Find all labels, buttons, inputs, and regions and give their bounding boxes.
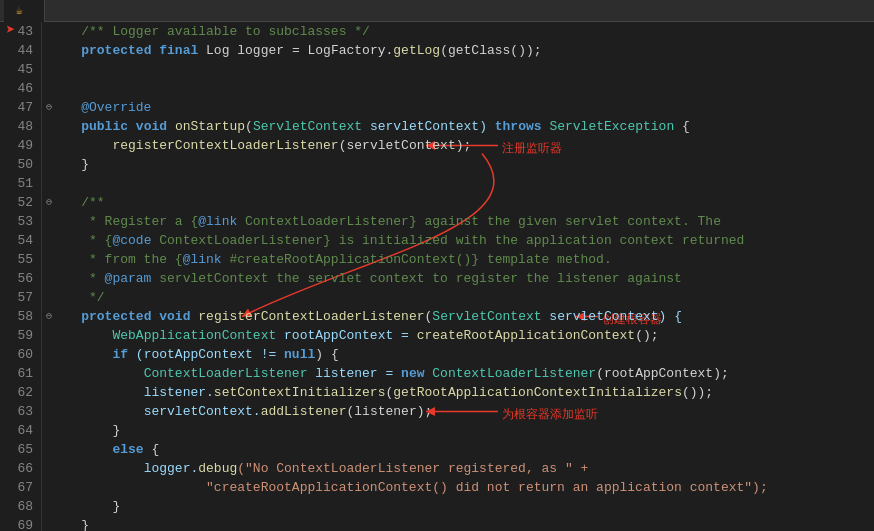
code-line: } <box>50 421 866 440</box>
line-number: 49 <box>4 136 33 155</box>
line-numbers: ➤434445464748495051525354555657585960616… <box>0 22 42 531</box>
code-token: registerContextLoaderListener <box>198 307 424 326</box>
line-number: 62 <box>4 383 33 402</box>
code-token: ()); <box>682 383 713 402</box>
code-token: ( <box>425 307 433 326</box>
code-token: * <box>50 269 105 288</box>
line-number: ➤43 <box>4 22 33 41</box>
code-token: (listener); <box>346 402 432 421</box>
code-token: addListener <box>261 402 347 421</box>
code-token <box>50 22 81 41</box>
fold-indicator[interactable]: ⊖ <box>46 193 52 212</box>
code-token <box>128 117 136 136</box>
line-number: 60 <box>4 345 33 364</box>
code-token: * Register a { <box>50 212 198 231</box>
code-token: @param <box>105 269 152 288</box>
code-token: ContextLoaderListener} against the given… <box>237 212 721 231</box>
code-token: (rootAppContext != <box>128 345 284 364</box>
code-line: /** Logger available to subclasses */ <box>50 22 866 41</box>
code-token: @code <box>112 231 151 250</box>
code-token: if <box>112 345 128 364</box>
code-token: listener. <box>144 383 214 402</box>
code-line <box>50 174 866 193</box>
code-token: final <box>159 41 198 60</box>
code-line: * Register a {@link ContextLoaderListene… <box>50 212 866 231</box>
breakpoint-arrow: ➤ <box>6 22 16 41</box>
code-token: { <box>674 117 690 136</box>
code-line: } <box>50 155 866 174</box>
code-token <box>50 440 112 459</box>
code-line <box>50 79 866 98</box>
code-token <box>50 136 112 155</box>
code-token: ContextLoaderListener} is initialized wi… <box>151 231 744 250</box>
code-line: } <box>50 516 866 531</box>
tab-bar: ☕ <box>0 0 874 22</box>
code-line: WebApplicationContext rootAppContext = c… <box>50 326 866 345</box>
line-number: 55 <box>4 250 33 269</box>
code-token: getLog <box>393 41 440 60</box>
code-token: ContextLoaderListener <box>144 364 308 383</box>
line-number: 67 <box>4 478 33 497</box>
code-token: } <box>50 421 120 440</box>
line-number: 63 <box>4 402 33 421</box>
code-token: listener = <box>307 364 401 383</box>
code-token: public <box>81 117 128 136</box>
code-token: /** Logger available to subclasses */ <box>81 22 370 41</box>
code-token <box>151 307 159 326</box>
code-token: "createRootApplicationContext() did not … <box>50 478 768 497</box>
code-token: } <box>50 516 89 531</box>
code-token: * from the { <box>50 250 183 269</box>
code-token: servletContext. <box>144 402 261 421</box>
line-number: 68 <box>4 497 33 516</box>
code-token <box>50 459 144 478</box>
code-content: 注册监听器创建根容器为根容器添加监听 /** Logger available … <box>42 22 874 531</box>
code-token: ) { <box>315 345 338 364</box>
code-token: ("No ContextLoaderListener registered, a… <box>237 459 588 478</box>
code-token: * { <box>50 231 112 250</box>
code-token: onStartup <box>175 117 245 136</box>
code-token: } <box>50 155 89 174</box>
code-token <box>167 117 175 136</box>
code-line: logger.debug("No ContextLoaderListener r… <box>50 459 866 478</box>
code-line: if (rootAppContext != null) { <box>50 345 866 364</box>
code-line: } <box>50 497 866 516</box>
line-number: 51 <box>4 174 33 193</box>
code-line: * from the {@link #createRootApplication… <box>50 250 866 269</box>
line-number: 48 <box>4 117 33 136</box>
line-number: 45 <box>4 60 33 79</box>
code-token: new <box>401 364 424 383</box>
code-line: registerContextLoaderListener(servletCon… <box>50 136 866 155</box>
code-token: debug <box>198 459 237 478</box>
code-token: protected <box>81 41 151 60</box>
code-token: ContextLoaderListener <box>432 364 596 383</box>
code-token: rootAppContext = <box>276 326 416 345</box>
code-token: /** <box>50 193 105 212</box>
code-token: @link <box>198 212 237 231</box>
line-number: 69 <box>4 516 33 531</box>
line-number: 52 <box>4 193 33 212</box>
code-token: void <box>159 307 190 326</box>
code-token: registerContextLoaderListener <box>112 136 338 155</box>
code-token: #createRootApplicationContext()} templat… <box>222 250 612 269</box>
code-token: servletContext) <box>362 117 495 136</box>
code-line <box>50 60 866 79</box>
code-line: * @param servletContext the servlet cont… <box>50 269 866 288</box>
code-line: * {@code ContextLoaderListener} is initi… <box>50 231 866 250</box>
code-line: */ <box>50 288 866 307</box>
fold-indicator[interactable]: ⊖ <box>46 98 52 117</box>
code-token <box>50 345 112 364</box>
code-token: (); <box>635 326 658 345</box>
code-line: else { <box>50 440 866 459</box>
line-number: 64 <box>4 421 33 440</box>
fold-indicator[interactable]: ⊖ <box>46 307 52 326</box>
code-line: ⊖ @Override <box>50 98 866 117</box>
code-token: logger. <box>144 459 199 478</box>
line-number: 56 <box>4 269 33 288</box>
line-number: 50 <box>4 155 33 174</box>
line-number: 47 <box>4 98 33 117</box>
line-number: 44 <box>4 41 33 60</box>
code-line: servletContext.addListener(listener); <box>50 402 866 421</box>
code-token <box>50 402 144 421</box>
line-number: 65 <box>4 440 33 459</box>
tab-item[interactable]: ☕ <box>4 0 45 22</box>
